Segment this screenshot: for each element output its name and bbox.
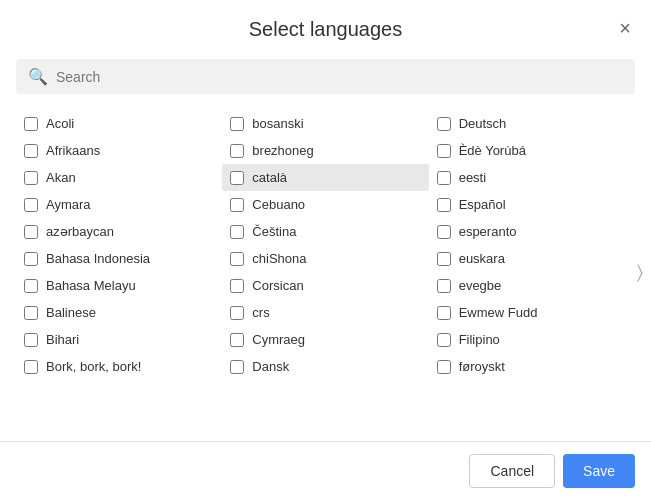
save-button[interactable]: Save [563,454,635,488]
lang-item-evegbe[interactable]: evegbe [429,272,635,299]
lang-item-cebuano[interactable]: Cebuano [222,191,428,218]
lang-label-bosanski: bosanski [252,116,303,131]
lang-item-filipino[interactable]: Filipino [429,326,635,353]
lang-item-ede-yoruba[interactable]: Èdè Yorùbá [429,137,635,164]
scroll-right-arrow[interactable]: 〉 [633,253,647,290]
lang-checkbox-ede-yoruba[interactable] [437,144,451,158]
lang-label-bahasa-indonesia: Bahasa Indonesia [46,251,150,266]
lang-label-balinese: Balinese [46,305,96,320]
lang-checkbox-cebuano[interactable] [230,198,244,212]
lang-item-ewmew-fudd[interactable]: Ewmew Fudd [429,299,635,326]
lang-item-akan[interactable]: Akan [16,164,222,191]
close-button[interactable]: × [615,14,635,42]
lang-label-akan: Akan [46,170,76,185]
cancel-button[interactable]: Cancel [469,454,555,488]
lang-label-crs: crs [252,305,269,320]
lang-checkbox-bosanski[interactable] [230,117,244,131]
lang-label-eesti: eesti [459,170,486,185]
lang-label-filipino: Filipino [459,332,500,347]
lang-label-cymraeg: Cymraeg [252,332,305,347]
languages-container: AcoliAfrikaansAkanAymaraazərbaycanBahasa… [0,102,651,441]
lang-checkbox-espanol[interactable] [437,198,451,212]
search-bar: 🔍 [16,59,635,94]
lang-checkbox-eesti[interactable] [437,171,451,185]
dialog-title: Select languages [249,18,402,40]
lang-item-espanol[interactable]: Español [429,191,635,218]
lang-checkbox-ewmew-fudd[interactable] [437,306,451,320]
lang-label-euskara: euskara [459,251,505,266]
lang-label-corsican: Corsican [252,278,303,293]
lang-label-espanol: Español [459,197,506,212]
lang-label-brezhoneg: brezhoneg [252,143,313,158]
lang-checkbox-azerbaycan[interactable] [24,225,38,239]
lang-label-deutsch: Deutsch [459,116,507,131]
lang-item-eesti[interactable]: eesti [429,164,635,191]
lang-item-crs[interactable]: crs [222,299,428,326]
lang-label-ede-yoruba: Èdè Yorùbá [459,143,526,158]
lang-checkbox-catala[interactable] [230,171,244,185]
lang-checkbox-afrikaans[interactable] [24,144,38,158]
lang-item-acoli[interactable]: Acoli [16,110,222,137]
search-icon: 🔍 [28,67,48,86]
lang-checkbox-akan[interactable] [24,171,38,185]
lang-item-bahasa-indonesia[interactable]: Bahasa Indonesia [16,245,222,272]
lang-checkbox-acoli[interactable] [24,117,38,131]
lang-checkbox-brezhoneg[interactable] [230,144,244,158]
lang-checkbox-dansk[interactable] [230,360,244,374]
lang-item-bosanski[interactable]: bosanski [222,110,428,137]
lang-item-esperanto[interactable]: esperanto [429,218,635,245]
lang-checkbox-cymraeg[interactable] [230,333,244,347]
lang-checkbox-euskara[interactable] [437,252,451,266]
lang-item-bork[interactable]: Bork, bork, bork! [16,353,222,380]
lang-checkbox-chishona[interactable] [230,252,244,266]
lang-item-cymraeg[interactable]: Cymraeg [222,326,428,353]
lang-item-brezhoneg[interactable]: brezhoneg [222,137,428,164]
lang-checkbox-evegbe[interactable] [437,279,451,293]
lang-checkbox-aymara[interactable] [24,198,38,212]
lang-checkbox-bork[interactable] [24,360,38,374]
lang-checkbox-esperanto[interactable] [437,225,451,239]
lang-label-foroyskt: føroyskt [459,359,505,374]
lang-item-foroyskt[interactable]: føroyskt [429,353,635,380]
lang-label-evegbe: evegbe [459,278,502,293]
lang-item-balinese[interactable]: Balinese [16,299,222,326]
lang-item-aymara[interactable]: Aymara [16,191,222,218]
languages-grid: AcoliAfrikaansAkanAymaraazərbaycanBahasa… [16,110,635,380]
lang-item-dansk[interactable]: Dansk [222,353,428,380]
lang-item-azerbaycan[interactable]: azərbaycan [16,218,222,245]
lang-label-bihari: Bihari [46,332,79,347]
lang-checkbox-bahasa-melayu[interactable] [24,279,38,293]
lang-label-azerbaycan: azərbaycan [46,224,114,239]
lang-item-bahasa-melayu[interactable]: Bahasa Melayu [16,272,222,299]
lang-label-bahasa-melayu: Bahasa Melayu [46,278,136,293]
lang-label-esperanto: esperanto [459,224,517,239]
lang-checkbox-balinese[interactable] [24,306,38,320]
lang-label-chishona: chiShona [252,251,306,266]
search-input[interactable] [56,69,623,85]
lang-label-ewmew-fudd: Ewmew Fudd [459,305,538,320]
select-languages-dialog: Select languages × 🔍 AcoliAfrikaansAkanA… [0,0,651,500]
lang-checkbox-deutsch[interactable] [437,117,451,131]
lang-checkbox-corsican[interactable] [230,279,244,293]
lang-item-bihari[interactable]: Bihari [16,326,222,353]
col1: AcoliAfrikaansAkanAymaraazərbaycanBahasa… [16,110,222,380]
lang-checkbox-bahasa-indonesia[interactable] [24,252,38,266]
lang-checkbox-foroyskt[interactable] [437,360,451,374]
lang-checkbox-filipino[interactable] [437,333,451,347]
lang-label-afrikaans: Afrikaans [46,143,100,158]
lang-label-cestina: Čeština [252,224,296,239]
lang-item-corsican[interactable]: Corsican [222,272,428,299]
lang-item-deutsch[interactable]: Deutsch [429,110,635,137]
lang-item-afrikaans[interactable]: Afrikaans [16,137,222,164]
lang-label-dansk: Dansk [252,359,289,374]
lang-checkbox-crs[interactable] [230,306,244,320]
lang-label-catala: català [252,170,287,185]
lang-item-chishona[interactable]: chiShona [222,245,428,272]
lang-label-acoli: Acoli [46,116,74,131]
lang-item-euskara[interactable]: euskara [429,245,635,272]
lang-checkbox-bihari[interactable] [24,333,38,347]
lang-item-catala[interactable]: català [222,164,428,191]
dialog-header: Select languages × [0,0,651,51]
lang-item-cestina[interactable]: Čeština [222,218,428,245]
lang-checkbox-cestina[interactable] [230,225,244,239]
